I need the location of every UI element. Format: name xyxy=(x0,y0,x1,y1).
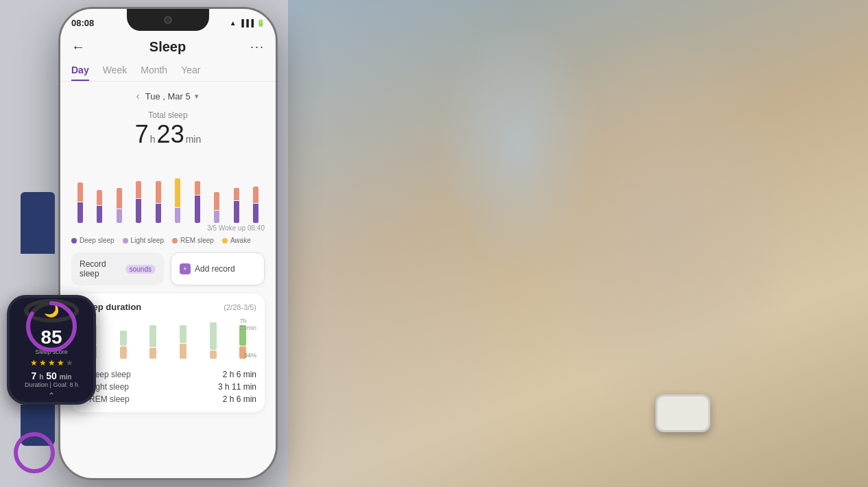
back-button[interactable]: ← xyxy=(71,39,85,55)
battery-icon: 🔋 xyxy=(256,19,265,27)
legend-light-dot xyxy=(123,238,128,244)
more-button[interactable]: ··· xyxy=(250,40,265,54)
mini-bar-2 xyxy=(110,331,137,359)
mini-bar-3 xyxy=(139,325,167,359)
deep-value: 2 h 6 min xyxy=(223,370,256,379)
tab-day[interactable]: Day xyxy=(71,60,89,81)
watch-goal: Duration | Goal: 8 h xyxy=(25,381,78,388)
status-time: 08:08 xyxy=(71,18,94,28)
watch-expand-icon: ⌃ xyxy=(48,391,55,401)
add-record-label: Add record xyxy=(195,264,235,274)
sleep-minutes-unit: min xyxy=(186,134,202,145)
legend-rem-dot xyxy=(172,238,178,244)
wrist-watch xyxy=(655,394,710,432)
smartwatch: 🌙 85 Sleep score ★ ★ ★ ★ ★ 7 h xyxy=(0,192,110,425)
app-title: Sleep xyxy=(149,39,186,55)
date-display: Tue , Mar 5 ▼ xyxy=(145,91,200,102)
sleep-total: Total sleep 7 h 23 min xyxy=(60,105,276,152)
tab-year[interactable]: Year xyxy=(181,60,200,81)
phone-notch xyxy=(127,9,209,31)
legend-light: Light sleep xyxy=(123,237,164,244)
signal-icon: ▐▐▐ xyxy=(239,19,254,27)
legend-awake: Awake xyxy=(222,237,251,244)
chart-bar-4 xyxy=(130,181,148,223)
sleep-duration-display: 7 h 23 min xyxy=(60,120,276,149)
watch-duration: 7 h 50 min Duration | Goal: 8 h xyxy=(25,370,78,388)
app-header: ← Sleep ··· xyxy=(60,31,276,60)
sleep-minutes: 23 xyxy=(157,120,184,149)
mini-bar-4 xyxy=(169,325,197,359)
max-value-label: 7h 23min xyxy=(239,318,256,331)
sleep-total-label: Total sleep xyxy=(60,110,276,120)
add-record-button[interactable]: + Add record xyxy=(171,252,265,285)
date-dropdown-icon[interactable]: ▼ xyxy=(193,93,200,100)
sounds-badge: sounds xyxy=(125,265,156,274)
chart-bar-8 xyxy=(208,192,226,223)
chart-bar-5 xyxy=(149,181,167,223)
chart-bar-3 xyxy=(110,188,128,223)
wifi-icon: ▲ xyxy=(230,19,237,27)
legend-rem-label: REM sleep xyxy=(180,237,214,244)
background-photo xyxy=(285,0,868,487)
status-icons: ▲ ▐▐▐ 🔋 xyxy=(230,19,265,27)
chart-bar-7 xyxy=(189,181,206,223)
add-record-icon: + xyxy=(180,263,191,274)
light-value: 3 h 11 min xyxy=(218,382,256,392)
tab-bar: Day Week Month Year xyxy=(60,60,276,82)
legend-awake-label: Awake xyxy=(230,237,251,244)
chart-bar-10 xyxy=(248,187,265,223)
legend-rem: REM sleep xyxy=(172,237,214,244)
chart-bar-6 xyxy=(169,178,187,223)
completion-label: 94% xyxy=(244,352,256,359)
sleep-hours: 7 xyxy=(135,120,149,149)
date-prev-button[interactable]: ‹ xyxy=(136,90,139,102)
mini-bar-5 xyxy=(200,322,227,359)
legend-awake-dot xyxy=(222,238,228,244)
watch-stars: ★ ★ ★ ★ ★ xyxy=(30,358,73,368)
tab-week[interactable]: Week xyxy=(103,60,128,81)
date-navigation: ‹ Tue , Mar 5 ▼ xyxy=(60,87,276,105)
chart-bar-9 xyxy=(228,188,245,223)
current-date: Tue , Mar 5 xyxy=(145,91,191,102)
legend-light-label: Light sleep xyxy=(131,237,164,244)
card-date-range: (2/28-3/5) xyxy=(224,303,256,311)
rem-value: 2 h 6 min xyxy=(223,394,256,404)
tab-month[interactable]: Month xyxy=(141,60,167,81)
sleep-hours-unit: h xyxy=(150,134,156,145)
phone-camera xyxy=(164,16,172,24)
